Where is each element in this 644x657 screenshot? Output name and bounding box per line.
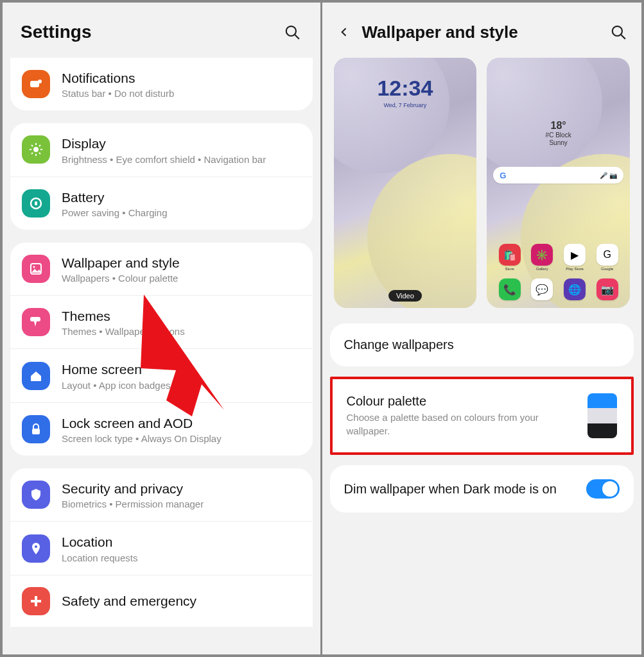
wallpaper-previews: 12:34 Wed, 7 February Video 18° #C Block… bbox=[322, 58, 642, 323]
row-subtitle: Biometrics • Permission manager bbox=[62, 499, 204, 509]
google-logo-icon: G bbox=[500, 171, 506, 180]
row-subtitle: Wallpapers • Colour palette bbox=[62, 273, 180, 284]
app-icon: 💬 bbox=[531, 278, 553, 300]
search-button[interactable] bbox=[608, 22, 629, 42]
settings-row-themes[interactable]: Themes Themes • Wallpapers • Icons bbox=[10, 295, 313, 348]
lock-time: 12:34 bbox=[334, 76, 477, 101]
row-title: Location bbox=[62, 533, 137, 550]
home-screen-preview[interactable]: 18° #C Block Sunny G 🎤 📷 🛍️Store✳️Galler… bbox=[487, 58, 630, 308]
settings-group: Security and privacy Biometrics • Permis… bbox=[10, 468, 313, 627]
option-title: Dim wallpaper when Dark mode is on bbox=[344, 482, 587, 497]
svg-point-3 bbox=[38, 80, 42, 83]
settings-row-home[interactable]: Home screen Layout • App icon badges bbox=[10, 348, 313, 402]
row-subtitle: Themes • Wallpapers • Icons bbox=[62, 326, 185, 337]
app-icon: ▶ bbox=[564, 244, 586, 266]
row-subtitle: Status bar • Do not disturb bbox=[62, 88, 174, 99]
display-icon bbox=[22, 135, 50, 164]
svg-line-9 bbox=[31, 145, 33, 146]
app-row: 🛍️Store✳️Gallery▶Play StoreGGoogle bbox=[487, 244, 630, 271]
settings-group: Notifications Status bar • Do not distur… bbox=[10, 58, 313, 110]
dim-wallpaper-option[interactable]: Dim wallpaper when Dark mode is on bbox=[330, 465, 634, 513]
row-title: Security and privacy bbox=[62, 480, 204, 497]
svg-point-4 bbox=[33, 147, 39, 152]
option-subtitle: Choose a palette based on colours from y… bbox=[347, 411, 579, 438]
row-title: Battery bbox=[62, 189, 168, 206]
page-title: Wallpaper and style bbox=[362, 22, 600, 42]
settings-panel: Settings Notifications Status bar • Do n… bbox=[3, 3, 322, 654]
lock-date: Wed, 7 February bbox=[334, 102, 477, 108]
settings-row-notifications[interactable]: Notifications Status bar • Do not distur… bbox=[10, 58, 313, 110]
svg-line-11 bbox=[31, 153, 33, 154]
app-icon: 🛍️ bbox=[499, 244, 521, 266]
search-button[interactable] bbox=[282, 22, 302, 42]
chevron-left-icon bbox=[338, 26, 351, 38]
settings-row-safety[interactable]: Safety and emergency bbox=[10, 575, 313, 627]
themes-icon bbox=[22, 308, 50, 336]
row-subtitle: Screen lock type • Always On Display bbox=[62, 433, 222, 444]
svg-point-18 bbox=[35, 545, 37, 548]
notifications-icon bbox=[22, 70, 50, 98]
settings-row-battery[interactable]: Battery Power saving • Charging bbox=[10, 176, 313, 230]
svg-rect-2 bbox=[30, 81, 39, 87]
back-button[interactable] bbox=[335, 23, 353, 41]
svg-point-16 bbox=[33, 266, 35, 268]
weather-widget: 18° #C Block Sunny bbox=[546, 119, 571, 147]
svg-point-0 bbox=[286, 26, 295, 36]
wallpaper-options: Change wallpapers Colour palette Choose … bbox=[322, 323, 642, 513]
google-search-bar: G 🎤 📷 bbox=[493, 167, 623, 183]
option-title: Change wallpapers bbox=[344, 337, 620, 352]
row-subtitle: Location requests bbox=[62, 552, 137, 563]
app-icon: 📞 bbox=[499, 278, 521, 300]
settings-title: Settings bbox=[21, 22, 91, 42]
settings-row-wallpaper[interactable]: Wallpaper and style Wallpapers • Colour … bbox=[10, 243, 313, 295]
shield-icon bbox=[22, 481, 50, 509]
settings-header: Settings bbox=[3, 3, 320, 58]
row-subtitle: Layout • App icon badges bbox=[62, 380, 171, 391]
row-title: Themes bbox=[62, 307, 185, 325]
search-icon bbox=[284, 24, 300, 40]
svg-rect-17 bbox=[32, 429, 40, 434]
settings-group: Display Brightness • Eye comfort shield … bbox=[10, 123, 313, 230]
app-icon: G bbox=[596, 244, 618, 266]
row-title: Home screen bbox=[62, 361, 171, 378]
safety-icon bbox=[22, 587, 50, 615]
lock-icon bbox=[22, 415, 50, 443]
svg-line-12 bbox=[39, 145, 40, 146]
settings-row-security[interactable]: Security and privacy Biometrics • Permis… bbox=[10, 468, 313, 521]
svg-rect-20 bbox=[31, 600, 41, 602]
option-title: Colour palette bbox=[347, 394, 579, 409]
app-icon: 🌐 bbox=[564, 278, 586, 300]
settings-row-location[interactable]: Location Location requests bbox=[10, 521, 313, 574]
row-subtitle: Brightness • Eye comfort shield • Naviga… bbox=[62, 154, 266, 165]
lock-screen-preview[interactable]: 12:34 Wed, 7 February Video bbox=[334, 58, 477, 308]
svg-line-22 bbox=[621, 35, 625, 39]
video-label: Video bbox=[388, 290, 422, 302]
settings-row-display[interactable]: Display Brightness • Eye comfort shield … bbox=[10, 123, 313, 176]
dock-row: 📞💬🌐📷 bbox=[487, 278, 630, 300]
settings-row-lock[interactable]: Lock screen and AOD Screen lock type • A… bbox=[10, 402, 313, 456]
svg-point-21 bbox=[613, 26, 622, 36]
colour-palette-option[interactable]: Colour palette Choose a palette based on… bbox=[330, 377, 634, 455]
battery-icon bbox=[22, 189, 50, 218]
row-title: Lock screen and AOD bbox=[62, 414, 222, 432]
svg-line-1 bbox=[295, 35, 299, 39]
wallpaper-icon bbox=[22, 255, 50, 283]
svg-line-10 bbox=[39, 153, 40, 154]
settings-group: Wallpaper and style Wallpapers • Colour … bbox=[10, 243, 313, 456]
wallpaper-header: Wallpaper and style bbox=[322, 3, 642, 58]
palette-swatch-icon bbox=[587, 393, 617, 438]
app-icon: 📷 bbox=[596, 278, 618, 300]
row-title: Wallpaper and style bbox=[62, 254, 180, 271]
svg-rect-14 bbox=[35, 201, 37, 205]
row-title: Display bbox=[62, 135, 266, 152]
change-wallpapers-option[interactable]: Change wallpapers bbox=[330, 323, 634, 366]
app-icon: ✳️ bbox=[531, 244, 553, 266]
row-title: Notifications bbox=[62, 69, 174, 87]
search-icon bbox=[610, 24, 627, 40]
location-icon bbox=[22, 534, 50, 563]
home-icon bbox=[22, 362, 50, 390]
wallpaper-style-panel: Wallpaper and style 12:34 Wed, 7 Februar… bbox=[322, 3, 642, 654]
dim-toggle[interactable] bbox=[586, 479, 620, 499]
row-subtitle: Power saving • Charging bbox=[62, 207, 168, 218]
row-title: Safety and emergency bbox=[62, 592, 196, 610]
